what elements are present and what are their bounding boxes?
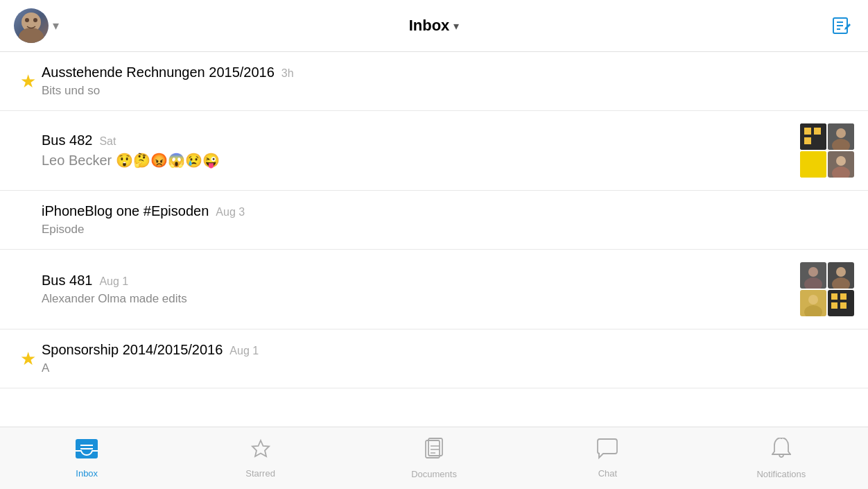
header-left: ▾ <box>14 8 59 43</box>
profile-chevron[interactable]: ▾ <box>53 18 59 33</box>
avatar-tile <box>800 151 826 178</box>
message-content: Sponsorship 2014/2015/2016 Aug 1 A <box>42 342 854 375</box>
tab-documents[interactable]: Documents <box>347 427 521 489</box>
svg-rect-15 <box>800 151 826 178</box>
message-title: Bus 482 <box>42 132 92 148</box>
avatar-tile <box>828 151 854 178</box>
svg-rect-32 <box>840 302 847 309</box>
message-time: Aug 1 <box>99 275 128 288</box>
star-icon[interactable]: ★ <box>20 348 36 370</box>
message-item[interactable]: ★ Sponsorship 2014/2015/2016 Aug 1 A <box>0 329 868 388</box>
avatar-group <box>800 123 854 178</box>
message-preview: Bits und so <box>42 84 854 98</box>
message-header-row: Ausstehende Rechnungen 2015/2016 3h <box>42 65 854 80</box>
avatar-svg <box>828 123 854 150</box>
message-title: Bus 481 <box>42 273 92 289</box>
bell-icon <box>772 438 791 465</box>
chat-icon <box>596 438 618 464</box>
inbox-svg <box>75 438 98 459</box>
header-title: Inbox ▾ <box>409 17 460 35</box>
svg-point-1 <box>19 28 44 43</box>
chat-svg <box>596 438 618 459</box>
avatar-svg <box>14 8 49 43</box>
message-content: Bus 481 Aug 1 Alexander Olma made edits <box>42 273 800 306</box>
message-content: Ausstehende Rechnungen 2015/2016 3h Bits… <box>42 65 854 98</box>
inbox-title: Inbox <box>409 17 450 35</box>
message-preview: Leo Becker 😲🤔😡😱😢😜 <box>42 152 800 169</box>
tab-starred[interactable]: Starred <box>173 427 347 489</box>
tab-notifications[interactable]: Notifications <box>695 427 868 489</box>
message-time: Aug 3 <box>216 206 245 218</box>
message-item[interactable]: iPhoneBlog one #Episoden Aug 3 Episode <box>0 191 868 250</box>
tab-chat[interactable]: Chat <box>521 427 694 489</box>
documents-tab-label: Documents <box>411 469 457 479</box>
compose-icon <box>831 15 852 36</box>
message-header-row: Sponsorship 2014/2015/2016 Aug 1 <box>42 342 854 358</box>
svg-rect-29 <box>831 293 837 300</box>
avatar-tile <box>800 123 826 150</box>
avatar-svg <box>828 290 854 316</box>
avatar-svg <box>828 151 854 178</box>
message-title: Ausstehende Rechnungen 2015/2016 <box>42 65 275 80</box>
message-item[interactable]: ★ Ausstehende Rechnungen 2015/2016 3h Bi… <box>0 52 868 111</box>
star-svg <box>250 438 271 459</box>
avatar-group <box>800 262 854 316</box>
message-item[interactable]: Bus 481 Aug 1 Alexander Olma made edits <box>0 250 868 329</box>
message-header-row: iPhoneBlog one #Episoden Aug 3 <box>42 203 854 219</box>
message-header-row: Bus 482 Sat <box>42 132 800 148</box>
avatar-svg <box>828 262 854 289</box>
made-edits-text: made edits <box>130 292 187 305</box>
bell-svg <box>772 438 791 460</box>
avatar-tile <box>800 290 826 316</box>
documents-icon <box>424 438 444 465</box>
tab-bar: Inbox Starred Documents Chat <box>0 427 868 489</box>
svg-rect-31 <box>840 293 847 300</box>
inbox-icon <box>75 438 98 464</box>
avatar-svg <box>800 290 826 316</box>
avatar-svg <box>800 151 826 178</box>
svg-point-23 <box>836 267 846 277</box>
svg-point-13 <box>836 128 846 138</box>
message-preview: Episode <box>42 223 854 237</box>
message-time: 3h <box>281 67 294 80</box>
message-time: Sat <box>99 135 116 148</box>
svg-rect-11 <box>814 128 821 135</box>
title-chevron[interactable]: ▾ <box>453 19 459 33</box>
svg-rect-10 <box>804 137 811 144</box>
message-preview: A <box>42 361 854 375</box>
svg-rect-8 <box>800 123 826 150</box>
svg-point-2 <box>25 18 29 22</box>
svg-point-17 <box>836 156 846 166</box>
star-area[interactable]: ★ <box>14 71 42 92</box>
avatar-tile <box>828 123 854 150</box>
documents-svg <box>424 438 444 460</box>
message-list: ★ Ausstehende Rechnungen 2015/2016 3h Bi… <box>0 52 868 427</box>
svg-point-26 <box>808 295 818 304</box>
message-item[interactable]: Bus 482 Sat Leo Becker 😲🤔😡😱😢😜 <box>0 111 868 191</box>
message-preview: Alexander Olma made edits <box>42 292 800 306</box>
avatar-tile <box>828 262 854 289</box>
star-icon[interactable]: ★ <box>20 71 36 92</box>
avatar[interactable] <box>14 8 49 43</box>
starred-tab-label: Starred <box>245 468 275 479</box>
tab-inbox[interactable]: Inbox <box>0 427 173 489</box>
message-header-row: Bus 481 Aug 1 <box>42 273 800 289</box>
svg-point-3 <box>33 18 37 22</box>
svg-point-20 <box>808 267 818 277</box>
message-time: Aug 1 <box>229 345 259 357</box>
star-tab-icon <box>250 438 271 464</box>
header: ▾ Inbox ▾ <box>0 0 868 52</box>
star-area[interactable]: ★ <box>14 348 42 370</box>
notifications-tab-label: Notifications <box>756 469 806 479</box>
message-content: Bus 482 Sat Leo Becker 😲🤔😡😱😢😜 <box>42 132 800 169</box>
svg-rect-9 <box>804 128 811 135</box>
compose-button[interactable] <box>829 13 854 38</box>
avatar-image <box>14 8 49 43</box>
message-title: Sponsorship 2014/2015/2016 <box>42 342 223 358</box>
avatar-tile <box>800 262 826 289</box>
message-content: iPhoneBlog one #Episoden Aug 3 Episode <box>42 203 854 237</box>
message-title: iPhoneBlog one #Episoden <box>42 203 209 219</box>
inbox-tab-label: Inbox <box>76 468 98 479</box>
avatar-svg <box>800 123 826 150</box>
svg-marker-36 <box>252 440 269 456</box>
